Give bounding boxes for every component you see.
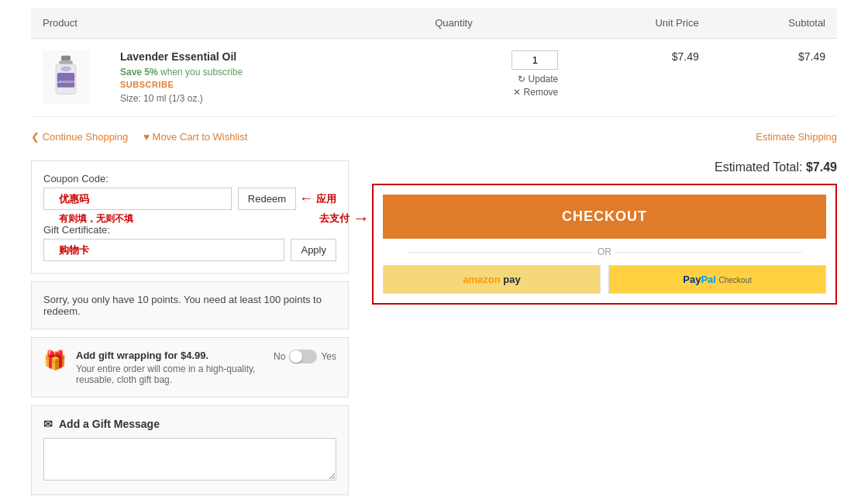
paypal-button[interactable]: PayPal Checkout [608, 265, 826, 294]
unit-price-cell: $7.49 [570, 39, 710, 117]
gift-wrap-info: Add gift wrapping for $4.99. Your entire… [76, 350, 264, 385]
col-product: Product [31, 8, 423, 39]
gift-label: Gift Certificate: [43, 224, 336, 236]
col-quantity: Quantity [423, 8, 570, 39]
subscribe-link[interactable]: SUBSCRIBE [120, 80, 412, 89]
coupon-wrapper: Coupon Code: 优惠码 有则填，无则不填 Redeem ← [43, 173, 336, 210]
toggle-area[interactable]: No Yes [274, 350, 336, 363]
coupon-input[interactable] [43, 188, 232, 210]
gift-certificate-area: Gift Certificate: 购物卡 Apply [43, 224, 336, 261]
amazon-pay-label: amazon pay [463, 274, 520, 285]
left-actions: ❮ Continue Shopping ♥ Move Cart to Wishl… [31, 131, 247, 143]
svg-rect-1 [59, 61, 72, 64]
arrow-annotation: ← [299, 191, 313, 207]
toggle-switch[interactable] [289, 350, 317, 363]
svg-rect-0 [61, 56, 71, 61]
estimated-total: Estimated Total: $7.49 [372, 160, 837, 174]
payment-buttons: amazon pay PayPal Checkout [383, 265, 826, 294]
estimate-shipping-link[interactable]: Estimate Shipping [756, 131, 837, 143]
remove-icon: ✕ [513, 87, 521, 98]
envelope-icon: ✉ [43, 418, 53, 430]
product-size: Size: 10 ml (1/3 oz.) [120, 93, 203, 104]
save-text: Save 5% when you subscribe [120, 67, 412, 78]
paypal-label: PayPal Checkout [683, 274, 752, 285]
gift-icon: 🎁 [43, 350, 67, 371]
gift-certificate-input[interactable] [43, 239, 284, 261]
quantity-input[interactable] [512, 50, 558, 70]
remove-link[interactable]: ✕ Remove [435, 87, 558, 98]
toggle-knob [290, 350, 302, 363]
heart-icon: ♥ [143, 131, 152, 143]
amazon-pay-button[interactable]: amazon pay [383, 265, 601, 294]
action-bar: ❮ Continue Shopping ♥ Move Cart to Wishl… [31, 125, 837, 149]
toggle-no-label: No [274, 351, 285, 362]
subtotal-cell: $7.49 [711, 39, 837, 117]
svg-text:LAVENDER: LAVENDER [57, 80, 75, 84]
toggle-yes-label: Yes [321, 351, 336, 362]
gift-message-textarea[interactable] [43, 438, 336, 481]
gift-message-section: ✉ Add a Gift Message [31, 405, 349, 495]
gift-wrap-title: Add gift wrapping for $4.99. [76, 350, 264, 361]
continue-shopping-link[interactable]: ❮ Continue Shopping [31, 131, 128, 143]
svg-point-6 [60, 66, 71, 71]
points-message: Sorry, you only have 10 points. You need… [31, 281, 349, 329]
coupon-label: Coupon Code: [43, 173, 336, 184]
quantity-cell: ↻ Update ✕ Remove [423, 39, 570, 117]
update-icon: ↻ [518, 74, 525, 84]
product-image: LAVENDER [43, 50, 89, 105]
or-divider: OR [383, 246, 826, 257]
col-unit-price: Unit Price [570, 8, 710, 39]
coupon-area: Coupon Code: 优惠码 有则填，无则不填 Redeem ← [31, 160, 349, 274]
checkout-button[interactable]: CHECKOUT [383, 195, 826, 239]
cart-table: Product Quantity Unit Price Subtotal [31, 8, 837, 117]
bottom-section: Coupon Code: 优惠码 有则填，无则不填 Redeem ← [31, 160, 837, 503]
gift-wrap-section: 🎁 Add gift wrapping for $4.99. Your enti… [31, 337, 349, 398]
move-wishlist-link[interactable]: ♥ Move Cart to Wishlist [143, 131, 247, 143]
checkout-area: 去支付 → CHECKOUT OR amazon pay PayPal Ch [372, 184, 837, 305]
col-subtotal: Subtotal [711, 8, 837, 39]
chevron-left-icon: ❮ [31, 131, 43, 143]
right-column: Estimated Total: $7.49 去支付 → CHECKOUT OR… [372, 160, 837, 305]
gift-wrap-desc: Your entire order will come in a high-qu… [76, 363, 264, 385]
gift-message-title: ✉ Add a Gift Message [43, 418, 336, 430]
apply-button[interactable]: Apply [291, 239, 336, 261]
table-row: LAVENDER Lavender Essential Oil Save 5% … [31, 39, 837, 117]
apply-annotation: 应用 [316, 192, 336, 206]
left-column: Coupon Code: 优惠码 有则填，无则不填 Redeem ← [31, 160, 349, 503]
redeem-button[interactable]: Redeem [238, 188, 296, 210]
product-details-cell: Lavender Essential Oil Save 5% when you … [101, 39, 423, 117]
product-name: Lavender Essential Oil [120, 50, 412, 63]
update-link[interactable]: ↻ Update [435, 74, 558, 84]
